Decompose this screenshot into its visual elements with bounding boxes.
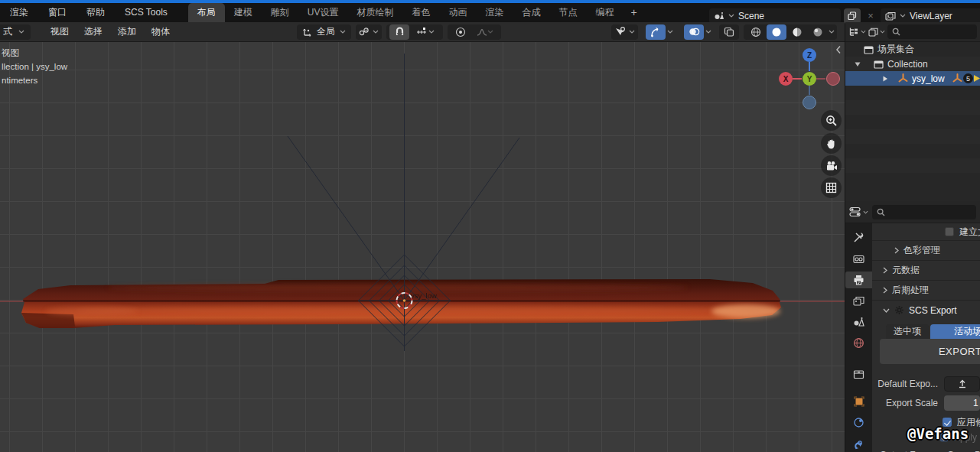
snap-target-dropdown[interactable] — [411, 24, 440, 40]
shading-material-button[interactable] — [787, 24, 807, 40]
zoom-icon — [825, 115, 838, 127]
transform-orientation-dropdown[interactable]: 全局 — [297, 24, 351, 40]
tab-nodes[interactable]: 节点 — [549, 3, 586, 22]
outliner-row-collection[interactable]: Collection — [845, 57, 980, 71]
menu-window[interactable]: 窗口 — [38, 3, 77, 22]
menu-object[interactable]: 物体 — [144, 25, 177, 38]
tab-texture-paint[interactable]: 材质绘制 — [347, 3, 402, 22]
scene-selector[interactable]: Scene — [709, 8, 841, 24]
menu-add[interactable]: 添加 — [110, 25, 144, 38]
chevron-down-icon[interactable] — [829, 30, 835, 34]
panel-label: 色彩管理 — [903, 244, 940, 257]
camera-view-button[interactable] — [821, 155, 842, 176]
outliner-filter-dropdown[interactable] — [868, 28, 885, 37]
tab-sculpting[interactable]: 雕刻 — [262, 3, 298, 22]
make-directory-checkbox[interactable] — [945, 227, 954, 236]
search-icon — [877, 208, 885, 216]
gizmos-toggle[interactable] — [646, 24, 666, 40]
sidebar-collapse-arrow[interactable] — [835, 45, 842, 54]
export-button[interactable]: EXPORT — [880, 339, 980, 364]
proportional-editing-toggle[interactable] — [451, 24, 470, 40]
tab-output-properties[interactable] — [845, 272, 872, 288]
tab-layout[interactable]: 布局 — [188, 3, 225, 22]
tab-object-properties[interactable] — [845, 394, 872, 411]
add-workspace-button[interactable]: + — [623, 3, 644, 22]
shading-wireframe-button[interactable] — [746, 24, 766, 40]
tab-collection-properties[interactable] — [845, 366, 872, 383]
outliner-row-ysy-low[interactable]: ysy_low 5 — [845, 71, 980, 86]
panel-post-processing[interactable]: 后期处理 — [872, 280, 980, 300]
proportional-falloff-dropdown[interactable] — [472, 24, 498, 40]
pan-button[interactable] — [821, 133, 842, 154]
overlays-toggle[interactable] — [684, 24, 704, 40]
panel-color-management[interactable]: 色彩管理 — [872, 240, 980, 260]
tab-constraints-properties[interactable] — [845, 436, 872, 452]
menu-render[interactable]: 渲染 — [0, 3, 38, 22]
toggle-ortho-button[interactable] — [821, 177, 842, 198]
tab-rendering[interactable]: 渲染 — [476, 3, 513, 22]
chevron-down-icon[interactable] — [667, 30, 673, 34]
shading-rendered-button[interactable] — [808, 24, 828, 40]
tab-uv-editing[interactable]: UV设置 — [298, 3, 348, 22]
properties-editor-type-dropdown[interactable] — [849, 206, 868, 217]
disclosure-triangle-icon[interactable] — [882, 76, 888, 82]
gizmo-axis-z[interactable]: Z — [803, 48, 816, 62]
gizmo-axis-x[interactable]: X — [779, 72, 793, 86]
scene-name[interactable]: Scene — [738, 11, 764, 21]
snap-toggle[interactable] — [389, 24, 409, 40]
viewlayer-name[interactable]: ViewLayer — [910, 11, 952, 21]
tab-physics-properties[interactable] — [845, 415, 872, 431]
outliner-row-scene-collection[interactable]: 场景集合 — [845, 42, 980, 57]
viewlayer-selector[interactable]: ViewLayer — [881, 8, 980, 24]
material-sphere-icon — [792, 27, 803, 37]
gizmo-axis-y[interactable]: Y — [803, 72, 816, 86]
viewlayer-icon — [885, 11, 896, 21]
scs-tab-active-scene[interactable]: 活动场景 — [930, 324, 980, 339]
tab-world-properties[interactable] — [845, 335, 872, 352]
panel-metadata[interactable]: 元数据 — [872, 260, 980, 280]
gizmo-axis-z-neg[interactable] — [803, 96, 816, 109]
tab-scripting[interactable]: 编程 — [586, 3, 623, 22]
chevron-down-icon — [863, 210, 868, 214]
menu-scs-tools[interactable]: SCS Tools — [115, 3, 177, 22]
xray-icon — [724, 27, 734, 37]
tab-tool-properties[interactable] — [845, 229, 872, 246]
tab-viewlayer-properties[interactable] — [845, 293, 872, 310]
viewport-3d[interactable]: ysy_low 视图 llection | ysy_low ntimeters … — [0, 42, 845, 452]
scs-tab-selected[interactable]: 选中项 — [886, 324, 929, 339]
properties-content: 建立文 色彩管理 元数据 后期处理 SCS Export — [872, 223, 980, 452]
tab-shading[interactable]: 着色 — [402, 3, 439, 22]
pivot-point-dropdown[interactable] — [356, 24, 382, 40]
chevron-down-icon[interactable] — [705, 30, 711, 34]
tab-compositing[interactable]: 合成 — [513, 3, 549, 22]
export-scale-field[interactable]: 1 — [944, 395, 980, 411]
panel-scs-export[interactable]: SCS Export — [872, 300, 980, 320]
navigation-gizmo[interactable]: Z X Y — [777, 47, 842, 111]
export-path-button[interactable] — [944, 376, 980, 392]
tab-animation[interactable]: 动画 — [439, 3, 476, 22]
tab-render-properties[interactable] — [845, 251, 872, 268]
mode-dropdown[interactable]: 式 — [0, 24, 31, 40]
filter-icon — [868, 28, 878, 37]
menu-view[interactable]: 视图 — [43, 25, 77, 38]
xray-toggle[interactable] — [719, 24, 739, 40]
menu-help[interactable]: 帮助 — [77, 3, 115, 22]
outliner-display-mode-dropdown[interactable] — [848, 27, 866, 37]
properties-search-input[interactable] — [872, 205, 976, 219]
physics-icon — [853, 417, 864, 428]
export-scale-label: Export Scale — [872, 398, 938, 408]
visibility-dropdown[interactable] — [611, 24, 638, 40]
scene-props-icon — [853, 317, 864, 327]
outliner-search-input[interactable] — [887, 24, 977, 39]
disclosure-triangle-icon[interactable] — [855, 61, 861, 67]
zoom-button[interactable] — [821, 110, 842, 131]
tab-modeling[interactable]: 建模 — [225, 3, 262, 22]
gizmo-axis-x-neg[interactable] — [827, 73, 840, 86]
new-scene-button[interactable] — [844, 8, 861, 24]
tab-scene-properties[interactable] — [845, 314, 872, 330]
chevron-right-icon — [883, 287, 887, 294]
menu-select[interactable]: 选择 — [77, 25, 110, 38]
unlink-scene-button[interactable]: × — [864, 8, 877, 24]
shading-solid-button[interactable] — [767, 24, 786, 40]
properties-editor: 建立文 色彩管理 元数据 后期处理 SCS Export — [845, 201, 980, 452]
